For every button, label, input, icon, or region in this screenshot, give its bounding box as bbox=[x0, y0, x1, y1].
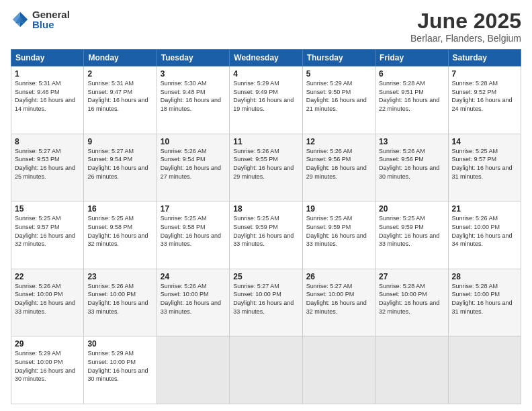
table-row bbox=[448, 336, 521, 404]
table-row: 7 Sunrise: 5:28 AMSunset: 9:52 PMDayligh… bbox=[448, 66, 521, 134]
day-info: Sunrise: 5:27 AMSunset: 9:54 PMDaylight:… bbox=[87, 148, 148, 180]
day-number: 11 bbox=[233, 137, 298, 146]
logo: General Blue bbox=[11, 9, 70, 30]
table-row: 25 Sunrise: 5:27 AMSunset: 10:00 PMDayli… bbox=[230, 269, 302, 336]
day-info: Sunrise: 5:29 AMSunset: 9:49 PMDaylight:… bbox=[233, 80, 294, 112]
day-info: Sunrise: 5:26 AMSunset: 10:00 PMDaylight… bbox=[452, 215, 513, 247]
table-row bbox=[230, 336, 302, 404]
day-info: Sunrise: 5:29 AMSunset: 9:50 PMDaylight:… bbox=[306, 80, 367, 112]
day-info: Sunrise: 5:31 AMSunset: 9:47 PMDaylight:… bbox=[87, 80, 148, 112]
day-number: 6 bbox=[379, 69, 444, 79]
table-row: 17 Sunrise: 5:25 AMSunset: 9:58 PMDaylig… bbox=[157, 201, 229, 269]
table-row: 10 Sunrise: 5:26 AMSunset: 9:54 PMDaylig… bbox=[157, 134, 229, 201]
day-number: 4 bbox=[233, 69, 298, 79]
table-row: 22 Sunrise: 5:26 AMSunset: 10:00 PMDayli… bbox=[11, 269, 84, 336]
day-number: 23 bbox=[87, 272, 152, 281]
day-info: Sunrise: 5:25 AMSunset: 9:58 PMDaylight:… bbox=[161, 215, 221, 247]
day-number: 27 bbox=[379, 272, 444, 281]
day-info: Sunrise: 5:26 AMSunset: 10:00 PMDaylight… bbox=[15, 283, 75, 315]
logo-blue: Blue bbox=[32, 19, 70, 30]
day-info: Sunrise: 5:25 AMSunset: 9:57 PMDaylight:… bbox=[15, 215, 75, 247]
table-row: 3 Sunrise: 5:30 AMSunset: 9:48 PMDayligh… bbox=[157, 66, 229, 134]
table-row: 4 Sunrise: 5:29 AMSunset: 9:49 PMDayligh… bbox=[230, 66, 302, 134]
day-info: Sunrise: 5:25 AMSunset: 9:59 PMDaylight:… bbox=[306, 215, 367, 247]
table-row: 9 Sunrise: 5:27 AMSunset: 9:54 PMDayligh… bbox=[84, 134, 157, 201]
table-row: 16 Sunrise: 5:25 AMSunset: 9:58 PMDaylig… bbox=[84, 201, 157, 269]
table-row: 5 Sunrise: 5:29 AMSunset: 9:50 PMDayligh… bbox=[302, 66, 375, 134]
table-row: 24 Sunrise: 5:26 AMSunset: 10:00 PMDayli… bbox=[157, 269, 229, 336]
day-number: 14 bbox=[452, 137, 517, 146]
day-number: 9 bbox=[87, 137, 152, 146]
day-number: 20 bbox=[379, 204, 444, 214]
day-info: Sunrise: 5:27 AMSunset: 9:53 PMDaylight:… bbox=[15, 148, 75, 180]
day-info: Sunrise: 5:26 AMSunset: 9:55 PMDaylight:… bbox=[233, 148, 294, 180]
day-info: Sunrise: 5:28 AMSunset: 10:00 PMDaylight… bbox=[379, 283, 439, 315]
day-info: Sunrise: 5:25 AMSunset: 9:59 PMDaylight:… bbox=[233, 215, 294, 247]
day-number: 12 bbox=[306, 137, 371, 146]
table-row: 12 Sunrise: 5:26 AMSunset: 9:56 PMDaylig… bbox=[302, 134, 375, 201]
day-info: Sunrise: 5:26 AMSunset: 9:56 PMDaylight:… bbox=[306, 148, 367, 180]
day-info: Sunrise: 5:25 AMSunset: 9:57 PMDaylight:… bbox=[452, 148, 513, 180]
table-row bbox=[302, 336, 375, 404]
page: General Blue June 2025 Berlaar, Flanders… bbox=[0, 0, 532, 411]
day-number: 1 bbox=[15, 69, 80, 79]
col-header-saturday: Saturday bbox=[448, 50, 521, 66]
header: General Blue June 2025 Berlaar, Flanders… bbox=[11, 9, 521, 44]
table-row bbox=[157, 336, 229, 404]
day-info: Sunrise: 5:26 AMSunset: 9:54 PMDaylight:… bbox=[161, 148, 221, 180]
col-header-friday: Friday bbox=[375, 50, 448, 66]
title-block: June 2025 Berlaar, Flanders, Belgium bbox=[410, 9, 521, 44]
header-row: Sunday Monday Tuesday Wednesday Thursday… bbox=[11, 50, 521, 66]
day-number: 19 bbox=[306, 204, 371, 214]
table-row: 15 Sunrise: 5:25 AMSunset: 9:57 PMDaylig… bbox=[11, 201, 84, 269]
day-number: 3 bbox=[161, 69, 226, 79]
table-row: 20 Sunrise: 5:25 AMSunset: 9:59 PMDaylig… bbox=[375, 201, 448, 269]
table-row: 11 Sunrise: 5:26 AMSunset: 9:55 PMDaylig… bbox=[230, 134, 302, 201]
col-header-monday: Monday bbox=[84, 50, 157, 66]
table-row bbox=[375, 336, 448, 404]
table-row: 19 Sunrise: 5:25 AMSunset: 9:59 PMDaylig… bbox=[302, 201, 375, 269]
location: Berlaar, Flanders, Belgium bbox=[410, 33, 521, 44]
day-number: 10 bbox=[161, 137, 226, 146]
logo-icon bbox=[11, 10, 30, 29]
week-row-2: 8 Sunrise: 5:27 AMSunset: 9:53 PMDayligh… bbox=[11, 134, 521, 201]
table-row: 21 Sunrise: 5:26 AMSunset: 10:00 PMDayli… bbox=[448, 201, 521, 269]
table-row: 29 Sunrise: 5:29 AMSunset: 10:00 PMDayli… bbox=[11, 336, 84, 404]
day-info: Sunrise: 5:27 AMSunset: 10:00 PMDaylight… bbox=[306, 283, 367, 315]
day-info: Sunrise: 5:28 AMSunset: 10:00 PMDaylight… bbox=[452, 283, 513, 315]
day-info: Sunrise: 5:26 AMSunset: 10:00 PMDaylight… bbox=[87, 283, 148, 315]
table-row: 23 Sunrise: 5:26 AMSunset: 10:00 PMDayli… bbox=[84, 269, 157, 336]
day-number: 7 bbox=[452, 69, 517, 79]
table-row: 13 Sunrise: 5:26 AMSunset: 9:56 PMDaylig… bbox=[375, 134, 448, 201]
day-number: 24 bbox=[161, 272, 226, 281]
col-header-thursday: Thursday bbox=[302, 50, 375, 66]
day-number: 13 bbox=[379, 137, 444, 146]
table-row: 1 Sunrise: 5:31 AMSunset: 9:46 PMDayligh… bbox=[11, 66, 84, 134]
day-number: 2 bbox=[87, 69, 152, 79]
week-row-4: 22 Sunrise: 5:26 AMSunset: 10:00 PMDayli… bbox=[11, 269, 521, 336]
logo-general: General bbox=[32, 9, 70, 19]
table-row: 14 Sunrise: 5:25 AMSunset: 9:57 PMDaylig… bbox=[448, 134, 521, 201]
day-number: 26 bbox=[306, 272, 371, 281]
table-row: 2 Sunrise: 5:31 AMSunset: 9:47 PMDayligh… bbox=[84, 66, 157, 134]
day-info: Sunrise: 5:26 AMSunset: 9:56 PMDaylight:… bbox=[379, 148, 439, 180]
day-number: 5 bbox=[306, 69, 371, 79]
col-header-sunday: Sunday bbox=[11, 50, 84, 66]
day-info: Sunrise: 5:29 AMSunset: 10:00 PMDaylight… bbox=[87, 350, 148, 382]
calendar: Sunday Monday Tuesday Wednesday Thursday… bbox=[11, 49, 521, 404]
table-row: 18 Sunrise: 5:25 AMSunset: 9:59 PMDaylig… bbox=[230, 201, 302, 269]
day-number: 8 bbox=[15, 137, 80, 146]
day-number: 21 bbox=[452, 204, 517, 214]
day-number: 22 bbox=[15, 272, 80, 281]
day-number: 30 bbox=[87, 339, 152, 349]
week-row-5: 29 Sunrise: 5:29 AMSunset: 10:00 PMDayli… bbox=[11, 336, 521, 404]
table-row: 26 Sunrise: 5:27 AMSunset: 10:00 PMDayli… bbox=[302, 269, 375, 336]
day-number: 17 bbox=[161, 204, 226, 214]
day-info: Sunrise: 5:31 AMSunset: 9:46 PMDaylight:… bbox=[15, 80, 75, 112]
table-row: 6 Sunrise: 5:28 AMSunset: 9:51 PMDayligh… bbox=[375, 66, 448, 134]
day-info: Sunrise: 5:25 AMSunset: 9:59 PMDaylight:… bbox=[379, 215, 439, 247]
day-info: Sunrise: 5:25 AMSunset: 9:58 PMDaylight:… bbox=[87, 215, 148, 247]
col-header-tuesday: Tuesday bbox=[157, 50, 229, 66]
day-number: 28 bbox=[452, 272, 517, 281]
table-row: 27 Sunrise: 5:28 AMSunset: 10:00 PMDayli… bbox=[375, 269, 448, 336]
